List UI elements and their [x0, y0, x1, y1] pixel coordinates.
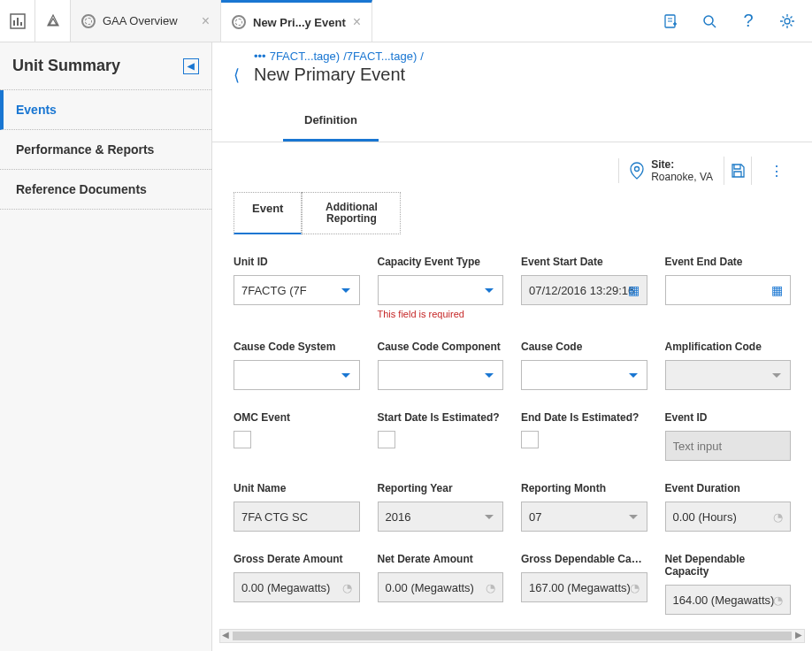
sidebar-item-label: Performance & Reports: [16, 142, 154, 157]
field-cause-code-component: Cause Code Component: [378, 341, 504, 390]
reporting-month-select: 07: [521, 502, 647, 532]
field-label: Event End Date: [665, 256, 792, 268]
clipboard-icon[interactable]: [653, 13, 688, 29]
subtabs: Event Additional Reporting: [212, 192, 812, 234]
sidebar-title: Unit Summary: [12, 57, 120, 75]
site-block: Site: Roanoke, VA: [618, 158, 713, 183]
subtab-additional-reporting[interactable]: Additional Reporting: [302, 192, 401, 234]
subtab-event[interactable]: Event: [234, 192, 302, 234]
breadcrumb-seg: /7FACT...tage): [343, 50, 417, 63]
tab-label: New Pri...y Event: [253, 16, 346, 29]
topbar: GAA Overview × New Pri...y Event × ?: [0, 0, 812, 42]
field-label: Cause Code System: [234, 341, 360, 353]
tab-definition[interactable]: Definition: [283, 101, 379, 142]
gauge-icon: ◔: [486, 581, 495, 594]
field-omc-event: OMC Event: [234, 411, 360, 461]
net-dependable-input: 164.00 (Megawatts) ◔: [665, 585, 792, 615]
cause-code-select[interactable]: [521, 360, 647, 390]
gross-dependable-input: 167.00 (Megawatts) ◔: [521, 572, 647, 602]
calendar-icon[interactable]: ▦: [771, 283, 783, 297]
field-amplification-code: Amplification Code: [665, 341, 792, 390]
gauge-icon: ◔: [773, 510, 783, 524]
field-cause-code-system: Cause Code System: [234, 341, 360, 390]
breadcrumb-tail: /: [420, 50, 424, 63]
reporting-year-select: 2016: [378, 502, 504, 532]
more-menu-icon[interactable]: ⋮: [762, 157, 791, 185]
field-event-start-date: Event Start Date 07/12/2016 13:29:16 ▦: [521, 256, 647, 319]
field-event-id: Event ID: [665, 411, 792, 461]
field-start-estimated: Start Date Is Estimated?: [378, 411, 504, 461]
breadcrumb-dots: •••: [254, 50, 266, 63]
form-area: Unit ID 7FACTG (7F Capacity Event Type T…: [212, 234, 812, 629]
main: Unit Summary ◀ Events Performance & Repo…: [0, 42, 812, 651]
cause-code-system-select[interactable]: [234, 360, 360, 390]
tab-icon: [81, 14, 96, 28]
field-label: End Date Is Estimated?: [521, 411, 647, 424]
net-derate-input: 0.00 (Megawatts) ◔: [378, 572, 504, 602]
sidebar-item-label: Events: [16, 103, 57, 117]
field-end-estimated: End Date Is Estimated?: [521, 411, 647, 461]
location-pin-icon: [630, 162, 644, 180]
help-icon[interactable]: ?: [731, 11, 766, 31]
field-label: Reporting Month: [521, 482, 647, 494]
field-capacity-event-type: Capacity Event Type This field is requir…: [378, 256, 504, 319]
horizontal-scrollbar[interactable]: [219, 629, 805, 643]
sidebar-item-performance[interactable]: Performance & Reports: [0, 130, 211, 170]
hierarchy-icon[interactable]: [35, 0, 71, 42]
breadcrumb[interactable]: ••• 7FACT...tage) /7FACT...tage) /: [254, 50, 791, 63]
field-gross-dependable: Gross Dependable Capa... 167.00 (Megawat…: [521, 553, 647, 615]
dashboard-icon[interactable]: [0, 0, 35, 42]
field-reporting-year: Reporting Year 2016: [378, 482, 504, 532]
save-icon[interactable]: [724, 157, 752, 185]
calendar-icon[interactable]: ▦: [628, 283, 640, 297]
field-label: Cause Code: [521, 341, 647, 353]
field-event-end-date: Event End Date ▦: [665, 256, 792, 319]
gauge-icon: ◔: [342, 581, 352, 594]
scrollbar-thumb[interactable]: [233, 632, 792, 640]
validation-error: This field is required: [378, 309, 504, 319]
gear-icon[interactable]: [770, 12, 805, 30]
field-unit-id: Unit ID 7FACTG (7F: [234, 256, 360, 319]
sidebar-collapse-icon[interactable]: ◀: [183, 58, 199, 74]
capacity-event-type-select[interactable]: [378, 275, 504, 305]
field-label: Amplification Code: [665, 341, 792, 353]
event-id-input: [665, 431, 792, 461]
field-cause-code: Cause Code: [521, 341, 647, 390]
field-label: Net Derate Amount: [378, 553, 504, 565]
end-estimated-checkbox[interactable]: [521, 431, 539, 448]
field-gross-derate: Gross Derate Amount 0.00 (Megawatts) ◔: [234, 553, 360, 615]
close-icon[interactable]: ×: [202, 13, 210, 29]
gauge-icon: ◔: [630, 581, 640, 594]
svg-rect-2: [17, 18, 19, 26]
back-arrow-icon[interactable]: ⟨: [234, 50, 240, 85]
omc-event-checkbox[interactable]: [234, 431, 251, 448]
tab-gaa-overview[interactable]: GAA Overview ×: [71, 0, 221, 42]
unit-id-select[interactable]: 7FACTG (7F: [234, 275, 360, 305]
search-icon[interactable]: [692, 13, 727, 29]
svg-rect-3: [20, 22, 22, 26]
cause-code-component-select[interactable]: [378, 360, 504, 390]
field-label: OMC Event: [234, 411, 360, 424]
sidebar-item-events[interactable]: Events: [0, 90, 211, 130]
field-net-derate: Net Derate Amount 0.00 (Megawatts) ◔: [378, 553, 504, 615]
field-reporting-month: Reporting Month 07: [521, 482, 647, 532]
breadcrumb-seg: 7FACT...tage): [270, 50, 340, 63]
definition-tabs: Definition: [212, 101, 812, 142]
field-event-duration: Event Duration 0.00 (Hours) ◔: [665, 482, 792, 532]
start-estimated-checkbox[interactable]: [378, 431, 395, 448]
field-label: Net Dependable Capacity: [665, 553, 792, 578]
close-icon[interactable]: ×: [353, 14, 361, 30]
tab-new-primary-event[interactable]: New Pri...y Event ×: [221, 0, 372, 42]
event-duration-input: 0.00 (Hours) ◔: [665, 502, 792, 532]
amplification-code-select[interactable]: [665, 360, 792, 390]
event-end-date-input[interactable]: ▦: [665, 275, 792, 305]
sidebar-header: Unit Summary ◀: [0, 42, 211, 90]
gross-derate-input: 0.00 (Megawatts) ◔: [234, 572, 360, 602]
content: ⟨ ••• 7FACT...tage) /7FACT...tage) / New…: [212, 42, 812, 651]
event-start-date-input[interactable]: 07/12/2016 13:29:16 ▦: [521, 275, 647, 305]
tab-icon: [232, 15, 246, 29]
sidebar-item-reference[interactable]: Reference Documents: [0, 170, 211, 210]
field-label: Gross Dependable Capa...: [521, 553, 647, 565]
field-label: Start Date Is Estimated?: [378, 411, 504, 424]
breadcrumb-row: ⟨ ••• 7FACT...tage) /7FACT...tage) / New…: [212, 42, 812, 85]
